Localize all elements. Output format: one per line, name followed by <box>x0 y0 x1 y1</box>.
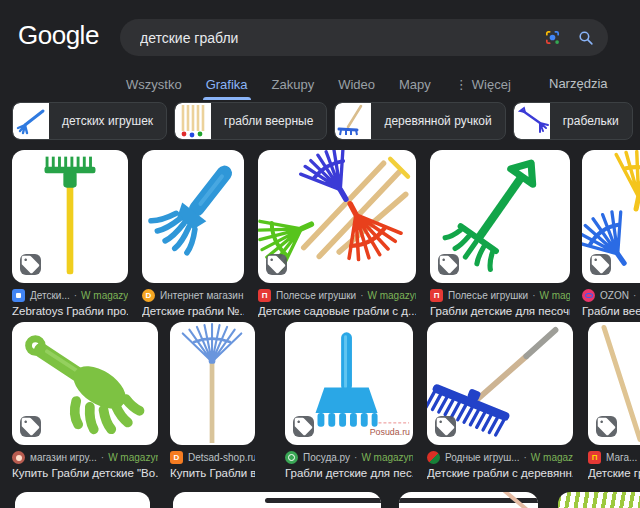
source-favicon: D <box>170 451 183 464</box>
result-image[interactable] <box>12 322 158 445</box>
result-title[interactable]: Детские садовые грабли с д... <box>258 305 416 317</box>
result-source[interactable]: П Полесье игрушки·W magazynie <box>430 289 570 302</box>
rake-image-blue-hand <box>142 150 244 283</box>
google-images-dark-page: { "header": { "logo_text": "Google", "se… <box>0 0 640 508</box>
result-source[interactable]: П Мага...·W <box>588 451 640 464</box>
result-item: D Интернет магазин ...· Детские грабли №… <box>142 150 244 317</box>
product-tag-icon[interactable] <box>20 416 41 437</box>
product-tag-icon[interactable] <box>438 254 459 275</box>
result-item: П Полесье игрушки·W magazynie Детские са… <box>258 150 416 317</box>
related-filter-chips: детских игрушек грабли веерные деревянно… <box>12 102 640 140</box>
product-tag-icon[interactable] <box>590 254 611 275</box>
product-tag-icon[interactable] <box>20 254 41 275</box>
result-image[interactable] <box>170 322 255 445</box>
chip-thumb-blue-rake <box>13 103 49 139</box>
result-image[interactable]: Posuda.ru <box>285 322 413 445</box>
result-image[interactable] <box>399 492 538 508</box>
result-item: OZON·W m... Грабли веер... <box>582 150 640 317</box>
source-favicon <box>12 451 25 464</box>
result-image[interactable] <box>427 322 573 445</box>
result-title[interactable]: Zebratoys Грабли про... <box>12 305 128 317</box>
result-image[interactable] <box>582 150 640 283</box>
chip-thumb-wooden-sticks <box>175 103 211 139</box>
result-source[interactable]: Детски...·W magazynie <box>12 289 128 302</box>
result-source[interactable]: D Detsad-shop.ru· <box>170 451 255 464</box>
tab-more[interactable]: ⋮Więcej <box>455 77 511 92</box>
result-source[interactable]: Посуда.ру·W magazynie <box>285 451 413 464</box>
result-image[interactable] <box>173 492 381 508</box>
result-image[interactable] <box>12 150 128 283</box>
source-favicon <box>12 289 25 302</box>
source-favicon: П <box>430 289 443 302</box>
chip-little-rakes[interactable]: грабельки <box>513 102 633 140</box>
result-title[interactable]: Грабли веер... <box>582 305 640 317</box>
google-lens-icon[interactable] <box>544 29 561 46</box>
result-image[interactable] <box>588 322 640 445</box>
result-item: магазин игру...·W magazynie Купить Грабл… <box>12 322 158 479</box>
source-favicon <box>427 451 440 464</box>
result-source[interactable]: D Интернет магазин ...· <box>142 289 244 302</box>
chip-wooden-handle[interactable]: деревянной ручкой <box>334 102 505 140</box>
chip-fan-rakes[interactable]: грабли веерные <box>174 102 327 140</box>
product-tag-icon[interactable] <box>266 254 287 275</box>
search-icon[interactable] <box>577 29 594 46</box>
result-image[interactable] <box>258 150 416 283</box>
search-bar[interactable]: детские грабли <box>120 19 608 56</box>
result-title[interactable]: Грабли детские для песочн... <box>430 305 570 317</box>
source-favicon: П <box>588 451 601 464</box>
more-vert-icon: ⋮ <box>455 77 468 92</box>
tab-shopping[interactable]: Zakupy <box>272 77 315 92</box>
result-title[interactable]: Детские грабли с деревянн... <box>427 467 573 479</box>
result-source[interactable]: OZON·W m... <box>582 289 640 302</box>
result-title[interactable]: Детские грабли №... <box>142 305 244 317</box>
source-favicon <box>582 289 595 302</box>
result-title[interactable]: Детские гра... <box>588 467 640 479</box>
result-image[interactable] <box>430 150 570 283</box>
source-favicon: П <box>258 289 271 302</box>
result-source[interactable]: П Полесье игрушки·W magazynie <box>258 289 416 302</box>
watermark-text: Posuda.ru <box>370 427 410 437</box>
search-input[interactable]: детские грабли <box>140 30 544 46</box>
result-item: D Detsad-shop.ru· Купить Грабли вее... <box>170 322 255 479</box>
result-item: П Полесье игрушки·W magazynie Грабли дет… <box>430 150 570 317</box>
tab-videos[interactable]: Wideo <box>338 77 375 92</box>
tab-maps[interactable]: Mapy <box>399 77 431 92</box>
result-image[interactable] <box>142 150 244 283</box>
result-item: П Мага...·W Детские гра... <box>588 322 640 479</box>
result-image[interactable] <box>558 492 640 508</box>
result-title[interactable]: Купить Грабли вее... <box>170 467 255 479</box>
tab-images[interactable]: Grafika <box>206 77 248 92</box>
result-source[interactable]: магазин игру...·W magazynie <box>12 451 158 464</box>
chip-kids-toys[interactable]: детских игрушек <box>12 102 167 140</box>
product-tag-icon[interactable] <box>293 416 314 437</box>
product-tag-icon[interactable] <box>435 416 456 437</box>
result-tabs: Wszystko Grafika Zakupy Wideo Mapy ⋮Więc… <box>126 72 511 96</box>
result-image[interactable] <box>15 492 150 508</box>
result-title[interactable]: Грабли детские для пес... <box>285 467 413 479</box>
tools-button[interactable]: Narzędzia <box>549 76 608 91</box>
source-favicon: D <box>142 289 155 302</box>
result-item: Posuda.ru Посуда.ру·W magazynie Грабли д… <box>285 322 413 479</box>
tab-all[interactable]: Wszystko <box>126 77 182 92</box>
product-tag-icon[interactable] <box>596 416 617 437</box>
chip-thumb-wooden-handle-rake <box>335 103 371 139</box>
chip-thumb-small-blue-rake <box>514 103 550 139</box>
result-source[interactable]: Родные игруш...·W magazynie <box>427 451 573 464</box>
rake-image-blue-fan-wood-handle <box>170 322 255 445</box>
result-item: Родные игруш...·W magazynie Детские граб… <box>427 322 573 479</box>
result-item: Детски...·W magazynie Zebratoys Грабли п… <box>12 150 128 317</box>
result-title[interactable]: Купить Грабли детские "Во... <box>12 467 158 479</box>
google-logo[interactable]: Google <box>18 20 99 51</box>
source-favicon <box>285 451 298 464</box>
